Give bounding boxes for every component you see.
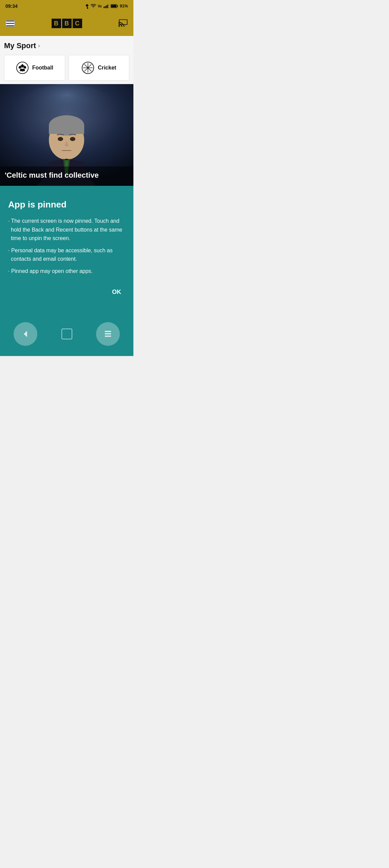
- bbc-b2: B: [62, 19, 72, 28]
- bullet-2: · Personal data may be accessible, such …: [8, 246, 125, 263]
- sport-cards-container: Football Cricket: [4, 55, 129, 81]
- battery-percent: 91%: [120, 4, 128, 8]
- hero-headline[interactable]: 'Celtic must find collective: [0, 166, 133, 186]
- bbc-c: C: [73, 19, 82, 28]
- hamburger-line-3: [6, 25, 14, 26]
- volte-icon: Vo: [98, 4, 102, 8]
- football-sport-icon: [16, 61, 29, 74]
- hamburger-line-1: [6, 21, 14, 21]
- status-bar: 09:34 Vo 91%: [0, 0, 133, 12]
- svg-rect-4: [108, 4, 109, 8]
- hamburger-button[interactable]: [5, 20, 15, 27]
- bbc-b1: B: [52, 19, 61, 28]
- svg-rect-2: [106, 5, 107, 8]
- ok-button[interactable]: OK: [108, 286, 125, 298]
- svg-marker-10: [21, 64, 24, 67]
- svg-rect-7: [111, 5, 116, 7]
- app-content: My Sport › Football Cr: [0, 36, 133, 84]
- cast-icon: [118, 19, 128, 27]
- status-icons: Vo 91%: [85, 3, 128, 9]
- recent-icon: [103, 329, 113, 339]
- cricket-sport-icon: [81, 61, 94, 74]
- bottom-nav: [0, 315, 133, 356]
- svg-rect-33: [105, 335, 111, 337]
- svg-marker-30: [24, 331, 27, 337]
- svg-rect-6: [117, 5, 118, 7]
- pinned-title: App is pinned: [8, 199, 125, 210]
- svg-rect-0: [104, 7, 105, 8]
- recent-button[interactable]: [96, 322, 120, 346]
- bbc-logo: B B C: [52, 19, 82, 28]
- svg-point-27: [58, 137, 63, 141]
- svg-rect-1: [105, 6, 106, 8]
- ok-button-row: OK: [8, 286, 125, 298]
- status-time: 09:34: [5, 3, 18, 9]
- pinned-body: · The current screen is now pinned. Touc…: [8, 217, 125, 276]
- svg-rect-8: [119, 19, 127, 24]
- back-button[interactable]: [14, 322, 37, 346]
- signal-icon: [104, 4, 109, 8]
- svg-rect-26: [49, 125, 84, 134]
- bullet-1: · The current screen is now pinned. Touc…: [8, 217, 125, 243]
- hero-image[interactable]: 'Celtic must find collective: [0, 84, 133, 186]
- headline-text: 'Celtic must find collective: [5, 171, 99, 179]
- svg-point-28: [70, 137, 75, 141]
- cricket-label: Cricket: [98, 65, 116, 71]
- football-label: Football: [32, 65, 53, 71]
- svg-marker-14: [22, 68, 25, 72]
- my-sport-header[interactable]: My Sport ›: [4, 41, 129, 50]
- cricket-card[interactable]: Cricket: [69, 55, 130, 81]
- cast-button[interactable]: [118, 19, 128, 28]
- svg-point-9: [17, 62, 28, 74]
- svg-rect-32: [105, 333, 111, 334]
- app-header: B B C: [0, 12, 133, 36]
- football-card[interactable]: Football: [4, 55, 65, 81]
- bullet-3: · Pinned app may open other apps.: [8, 267, 125, 276]
- pinned-dialog: App is pinned · The current screen is no…: [0, 186, 133, 315]
- back-icon: [21, 329, 30, 339]
- battery-icon: [111, 4, 118, 8]
- svg-rect-31: [105, 331, 111, 332]
- bluetooth-icon: [85, 3, 89, 9]
- home-button[interactable]: [61, 329, 72, 339]
- svg-rect-3: [107, 5, 108, 8]
- my-sport-chevron: ›: [38, 43, 40, 49]
- hamburger-line-2: [6, 23, 14, 24]
- wifi-icon: [91, 4, 96, 8]
- my-sport-title: My Sport: [4, 41, 36, 50]
